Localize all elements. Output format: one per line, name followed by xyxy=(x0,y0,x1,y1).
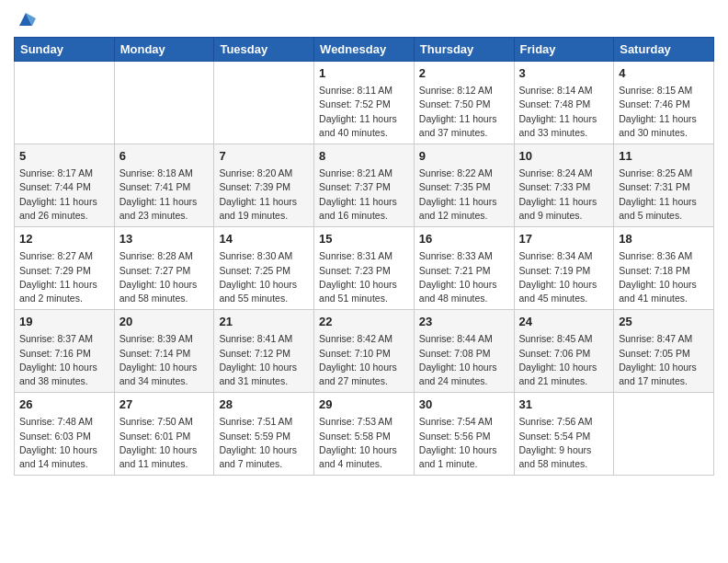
calendar: SundayMondayTuesdayWednesdayThursdayFrid… xyxy=(14,37,714,476)
calendar-cell: 29Sunrise: 7:53 AM Sunset: 5:58 PM Dayli… xyxy=(314,393,415,476)
day-info: Sunrise: 8:21 AM Sunset: 7:37 PM Dayligh… xyxy=(319,167,409,223)
day-info: Sunrise: 8:15 AM Sunset: 7:46 PM Dayligh… xyxy=(619,84,709,140)
day-info: Sunrise: 8:45 AM Sunset: 7:06 PM Dayligh… xyxy=(519,332,609,388)
calendar-week-2: 5Sunrise: 8:17 AM Sunset: 7:44 PM Daylig… xyxy=(15,144,714,227)
day-info: Sunrise: 8:17 AM Sunset: 7:44 PM Dayligh… xyxy=(19,167,109,223)
calendar-cell: 18Sunrise: 8:36 AM Sunset: 7:18 PM Dayli… xyxy=(614,227,714,310)
day-number: 15 xyxy=(319,231,409,247)
calendar-cell: 3Sunrise: 8:14 AM Sunset: 7:48 PM Daylig… xyxy=(514,62,614,144)
day-info: Sunrise: 8:36 AM Sunset: 7:18 PM Dayligh… xyxy=(619,249,709,305)
day-number: 6 xyxy=(119,148,210,165)
day-info: Sunrise: 8:25 AM Sunset: 7:31 PM Dayligh… xyxy=(619,167,709,223)
day-number: 5 xyxy=(19,148,109,165)
day-info: Sunrise: 8:39 AM Sunset: 7:14 PM Dayligh… xyxy=(119,332,210,388)
calendar-cell xyxy=(214,62,314,144)
calendar-cell: 30Sunrise: 7:54 AM Sunset: 5:56 PM Dayli… xyxy=(414,393,514,476)
logo-icon xyxy=(16,9,36,29)
calendar-cell: 20Sunrise: 8:39 AM Sunset: 7:14 PM Dayli… xyxy=(114,310,214,393)
day-number: 7 xyxy=(219,148,309,165)
calendar-cell: 23Sunrise: 8:44 AM Sunset: 7:08 PM Dayli… xyxy=(414,310,514,393)
day-info: Sunrise: 8:31 AM Sunset: 7:23 PM Dayligh… xyxy=(319,249,409,305)
calendar-cell: 24Sunrise: 8:45 AM Sunset: 7:06 PM Dayli… xyxy=(514,310,614,393)
calendar-cell: 21Sunrise: 8:41 AM Sunset: 7:12 PM Dayli… xyxy=(214,310,314,393)
day-info: Sunrise: 8:24 AM Sunset: 7:33 PM Dayligh… xyxy=(519,167,609,223)
day-number: 17 xyxy=(519,231,609,247)
day-info: Sunrise: 7:48 AM Sunset: 6:03 PM Dayligh… xyxy=(19,415,109,471)
logo xyxy=(14,9,36,29)
calendar-cell: 16Sunrise: 8:33 AM Sunset: 7:21 PM Dayli… xyxy=(414,227,514,310)
day-number: 14 xyxy=(219,231,309,247)
calendar-week-5: 26Sunrise: 7:48 AM Sunset: 6:03 PM Dayli… xyxy=(15,393,714,476)
day-info: Sunrise: 8:11 AM Sunset: 7:52 PM Dayligh… xyxy=(319,84,409,140)
calendar-cell: 4Sunrise: 8:15 AM Sunset: 7:46 PM Daylig… xyxy=(614,62,714,144)
col-header-tuesday: Tuesday xyxy=(214,38,314,62)
col-header-wednesday: Wednesday xyxy=(314,38,415,62)
calendar-cell: 7Sunrise: 8:20 AM Sunset: 7:39 PM Daylig… xyxy=(214,144,314,227)
calendar-cell: 8Sunrise: 8:21 AM Sunset: 7:37 PM Daylig… xyxy=(314,144,415,227)
day-number: 23 xyxy=(419,314,509,330)
day-number: 3 xyxy=(519,65,609,82)
day-info: Sunrise: 8:44 AM Sunset: 7:08 PM Dayligh… xyxy=(419,332,509,388)
page: SundayMondayTuesdayWednesdayThursdayFrid… xyxy=(0,0,728,563)
day-number: 11 xyxy=(619,148,709,165)
day-number: 27 xyxy=(119,396,210,413)
day-info: Sunrise: 8:30 AM Sunset: 7:25 PM Dayligh… xyxy=(219,249,309,305)
day-info: Sunrise: 8:28 AM Sunset: 7:27 PM Dayligh… xyxy=(119,249,210,305)
day-number: 29 xyxy=(319,396,409,413)
day-info: Sunrise: 8:47 AM Sunset: 7:05 PM Dayligh… xyxy=(619,332,709,388)
day-info: Sunrise: 7:53 AM Sunset: 5:58 PM Dayligh… xyxy=(319,415,409,471)
day-number: 9 xyxy=(419,148,509,165)
day-info: Sunrise: 7:56 AM Sunset: 5:54 PM Dayligh… xyxy=(519,415,609,471)
day-info: Sunrise: 8:41 AM Sunset: 7:12 PM Dayligh… xyxy=(219,332,309,388)
day-info: Sunrise: 8:12 AM Sunset: 7:50 PM Dayligh… xyxy=(419,84,509,140)
day-number: 22 xyxy=(319,314,409,330)
day-number: 24 xyxy=(519,314,609,330)
calendar-cell: 9Sunrise: 8:22 AM Sunset: 7:35 PM Daylig… xyxy=(414,144,514,227)
day-info: Sunrise: 8:34 AM Sunset: 7:19 PM Dayligh… xyxy=(519,249,609,305)
day-number: 8 xyxy=(319,148,409,165)
day-info: Sunrise: 7:50 AM Sunset: 6:01 PM Dayligh… xyxy=(119,415,210,471)
calendar-week-4: 19Sunrise: 8:37 AM Sunset: 7:16 PM Dayli… xyxy=(15,310,714,393)
calendar-cell: 5Sunrise: 8:17 AM Sunset: 7:44 PM Daylig… xyxy=(15,144,115,227)
calendar-cell: 10Sunrise: 8:24 AM Sunset: 7:33 PM Dayli… xyxy=(514,144,614,227)
day-number: 30 xyxy=(419,396,509,413)
col-header-thursday: Thursday xyxy=(414,38,514,62)
calendar-cell xyxy=(614,393,714,476)
calendar-cell xyxy=(15,62,115,144)
day-number: 20 xyxy=(119,314,210,330)
day-info: Sunrise: 8:18 AM Sunset: 7:41 PM Dayligh… xyxy=(119,167,210,223)
calendar-cell: 15Sunrise: 8:31 AM Sunset: 7:23 PM Dayli… xyxy=(314,227,415,310)
calendar-cell: 14Sunrise: 8:30 AM Sunset: 7:25 PM Dayli… xyxy=(214,227,314,310)
calendar-cell: 26Sunrise: 7:48 AM Sunset: 6:03 PM Dayli… xyxy=(15,393,115,476)
day-info: Sunrise: 8:27 AM Sunset: 7:29 PM Dayligh… xyxy=(19,249,109,305)
calendar-cell: 11Sunrise: 8:25 AM Sunset: 7:31 PM Dayli… xyxy=(614,144,714,227)
day-info: Sunrise: 7:51 AM Sunset: 5:59 PM Dayligh… xyxy=(219,415,309,471)
calendar-week-3: 12Sunrise: 8:27 AM Sunset: 7:29 PM Dayli… xyxy=(15,227,714,310)
day-info: Sunrise: 8:20 AM Sunset: 7:39 PM Dayligh… xyxy=(219,167,309,223)
day-number: 13 xyxy=(119,231,210,247)
calendar-cell: 12Sunrise: 8:27 AM Sunset: 7:29 PM Dayli… xyxy=(15,227,115,310)
calendar-cell: 31Sunrise: 7:56 AM Sunset: 5:54 PM Dayli… xyxy=(514,393,614,476)
day-number: 21 xyxy=(219,314,309,330)
calendar-cell xyxy=(114,62,214,144)
calendar-cell: 17Sunrise: 8:34 AM Sunset: 7:19 PM Dayli… xyxy=(514,227,614,310)
day-number: 28 xyxy=(219,396,309,413)
day-info: Sunrise: 8:33 AM Sunset: 7:21 PM Dayligh… xyxy=(419,249,509,305)
day-number: 19 xyxy=(19,314,109,330)
header xyxy=(14,9,714,29)
day-info: Sunrise: 8:14 AM Sunset: 7:48 PM Dayligh… xyxy=(519,84,609,140)
day-info: Sunrise: 7:54 AM Sunset: 5:56 PM Dayligh… xyxy=(419,415,509,471)
calendar-cell: 13Sunrise: 8:28 AM Sunset: 7:27 PM Dayli… xyxy=(114,227,214,310)
day-number: 18 xyxy=(619,231,709,247)
calendar-cell: 25Sunrise: 8:47 AM Sunset: 7:05 PM Dayli… xyxy=(614,310,714,393)
calendar-header-row: SundayMondayTuesdayWednesdayThursdayFrid… xyxy=(15,38,714,62)
day-info: Sunrise: 8:42 AM Sunset: 7:10 PM Dayligh… xyxy=(319,332,409,388)
col-header-monday: Monday xyxy=(114,38,214,62)
day-info: Sunrise: 8:22 AM Sunset: 7:35 PM Dayligh… xyxy=(419,167,509,223)
day-number: 16 xyxy=(419,231,509,247)
calendar-week-1: 1Sunrise: 8:11 AM Sunset: 7:52 PM Daylig… xyxy=(15,62,714,144)
calendar-cell: 28Sunrise: 7:51 AM Sunset: 5:59 PM Dayli… xyxy=(214,393,314,476)
day-number: 12 xyxy=(19,231,109,247)
calendar-cell: 1Sunrise: 8:11 AM Sunset: 7:52 PM Daylig… xyxy=(314,62,415,144)
day-number: 26 xyxy=(19,396,109,413)
